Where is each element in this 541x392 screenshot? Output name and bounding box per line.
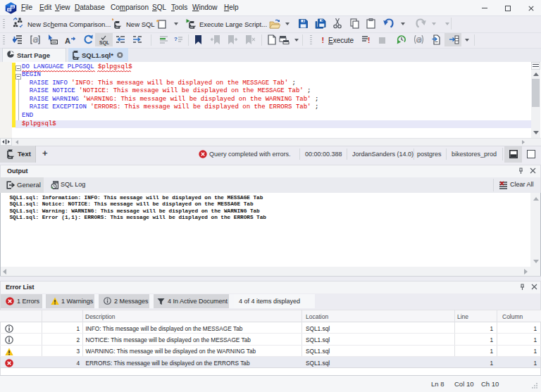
svg-text:SQL: SQL [99,40,109,46]
svg-text:@: @ [416,37,423,44]
svg-text:A: A [65,37,70,44]
svg-text:?: ? [174,36,178,42]
svg-text:@: @ [32,37,39,44]
svg-text:*: * [156,19,159,25]
svg-text:!: ! [368,37,370,44]
svg-text:*: * [112,18,114,24]
